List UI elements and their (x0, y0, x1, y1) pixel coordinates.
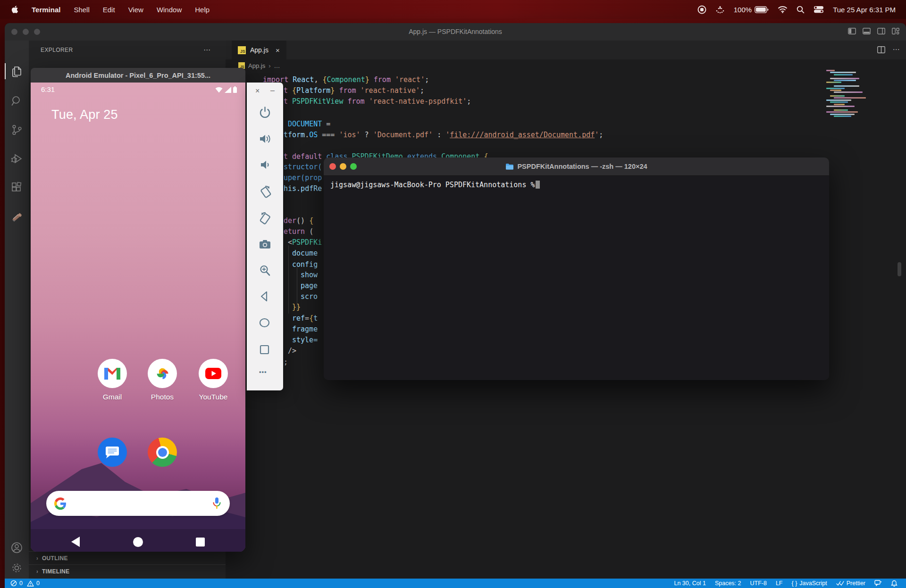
emulator-volume-down-icon[interactable] (259, 158, 271, 171)
toggle-secondary-sidebar-icon[interactable] (877, 28, 885, 34)
extensions-view-icon[interactable] (10, 181, 23, 194)
minimap-line (830, 114, 855, 115)
messages-app-icon[interactable] (98, 438, 127, 467)
indentation-status[interactable]: Spaces: 2 (715, 580, 741, 587)
problems-status[interactable]: 0 0 (10, 580, 40, 587)
android-screen[interactable]: 6:31 Tue, Apr 25 (31, 83, 245, 552)
eol-status[interactable]: LF (776, 580, 783, 587)
cursor-position-status[interactable]: Ln 30, Col 1 (674, 580, 705, 587)
minimap-line (826, 99, 851, 101)
battery-percent-label: 100% (734, 6, 752, 14)
menu-view[interactable]: View (128, 6, 143, 14)
emulator-power-icon[interactable] (259, 106, 271, 119)
code-line: scro (301, 291, 318, 302)
terminal-close-button[interactable] (329, 163, 336, 170)
emulator-overview-icon[interactable] (259, 344, 271, 356)
settings-gear-icon[interactable] (10, 562, 23, 574)
breadcrumb-more[interactable]: … (274, 62, 280, 69)
android-home-button[interactable] (133, 537, 143, 547)
menu-help[interactable]: Help (195, 6, 210, 14)
run-debug-view-icon[interactable] (10, 152, 23, 165)
timeline-section[interactable]: › TIMELINE (29, 564, 226, 578)
youtube-app-icon[interactable] (199, 359, 228, 388)
split-editor-icon[interactable] (877, 46, 885, 53)
accounts-icon[interactable] (10, 541, 23, 554)
tab-appjs[interactable]: JS App.js × (232, 41, 286, 59)
toggle-sidebar-icon[interactable] (848, 28, 856, 34)
outline-section[interactable]: › OUTLINE (29, 551, 226, 564)
menu-edit[interactable]: Edit (103, 6, 115, 14)
outline-label: OUTLINE (42, 555, 68, 562)
gmail-app-icon[interactable] (98, 359, 127, 388)
wifi-icon[interactable] (778, 6, 788, 13)
explorer-more-actions[interactable]: ⋯ (203, 46, 211, 54)
emulator-rotate-left-icon[interactable] (259, 184, 271, 197)
youtube-label: YouTube (190, 393, 237, 401)
minimap-line (824, 94, 865, 95)
search-view-icon[interactable] (10, 95, 23, 108)
emulator-screenshot-icon[interactable] (259, 238, 271, 251)
language-mode-status[interactable]: { } JavaScript (792, 580, 827, 587)
emulator-back-icon[interactable] (259, 290, 271, 303)
emulator-titlebar[interactable]: Android Emulator - Pixel_6_Pro_API_31:55… (31, 68, 245, 83)
breadcrumb-file[interactable]: App.js (248, 62, 265, 69)
android-date-widget: Tue, Apr 25 (51, 108, 118, 122)
tab-close-icon[interactable]: × (276, 46, 280, 54)
apple-menu-icon[interactable] (11, 5, 18, 14)
terminal-minimize-button[interactable] (340, 163, 346, 170)
timeline-label: TIMELINE (42, 568, 69, 575)
control-center-icon[interactable] (814, 6, 824, 13)
menubar-app-name[interactable]: Terminal (32, 6, 60, 14)
javascript-file-icon: JS (238, 46, 246, 54)
terminal-zoom-button[interactable] (350, 163, 357, 170)
android-back-button[interactable] (71, 537, 80, 547)
feedback-icon[interactable] (874, 580, 882, 587)
emulator-volume-up-icon[interactable] (259, 133, 271, 145)
minimap-line (830, 101, 848, 103)
photos-app-icon[interactable] (148, 359, 177, 388)
chrome-app-icon[interactable] (148, 438, 177, 467)
toggle-panel-icon[interactable] (863, 28, 871, 34)
emulator-minimize-icon[interactable]: – (270, 86, 275, 95)
vscode-titlebar[interactable]: App.js — PSPDFKitAnnotations (5, 23, 906, 41)
macos-menubar: Terminal Shell Edit View Window Help 100… (0, 0, 906, 19)
emulator-more-icon[interactable]: ••• (259, 368, 267, 375)
terminal-body[interactable]: jigsaw@jigsaws-MacBook-Pro PSPDFKitAnnot… (324, 176, 829, 380)
android-recents-button[interactable] (196, 538, 205, 547)
menubar-clock[interactable]: Tue 25 Apr 6:31 PM (833, 6, 896, 14)
emulator-rotate-right-icon[interactable] (259, 211, 271, 224)
google-search-bar[interactable] (46, 491, 230, 516)
menu-shell[interactable]: Shell (74, 6, 89, 14)
explorer-header: EXPLORER (41, 47, 73, 53)
minimap-line (830, 78, 859, 79)
emulator-zoom-icon[interactable] (259, 264, 271, 277)
chevron-right-icon: › (36, 555, 38, 561)
editor-scrollbar[interactable] (898, 262, 901, 276)
breadcrumb[interactable]: JS App.js › … (232, 59, 906, 72)
editor-more-actions-icon[interactable]: ⋯ (893, 45, 901, 54)
customize-layout-icon[interactable] (892, 28, 899, 34)
source-control-view-icon[interactable] (10, 124, 23, 136)
emulator-close-icon[interactable]: × (255, 87, 260, 95)
code-line: ; (284, 357, 288, 368)
screen-mirroring-icon[interactable] (715, 5, 725, 14)
encoding-status[interactable]: UTF-8 (750, 580, 767, 587)
code-line: structor( (284, 162, 322, 173)
voice-search-mic-icon (212, 497, 222, 510)
terminal-window: PSPDFKitAnnotations — -zsh — 120×24 jigs… (324, 157, 829, 380)
spotlight-search-icon[interactable] (797, 6, 805, 14)
terminal-titlebar[interactable]: PSPDFKitAnnotations — -zsh — 120×24 (324, 157, 829, 176)
pspdfkit-extension-icon[interactable] (10, 210, 23, 223)
error-count: 0 (19, 580, 23, 587)
explorer-view-icon[interactable] (10, 65, 23, 78)
stop-recording-icon[interactable] (697, 5, 706, 14)
formatter-status[interactable]: Prettier (836, 580, 865, 587)
battery-status[interactable]: 100% (734, 6, 769, 14)
emulator-home-icon[interactable] (259, 317, 271, 330)
menu-window[interactable]: Window (157, 6, 182, 14)
photos-label: Photos (139, 393, 186, 401)
android-battery-icon (233, 86, 237, 93)
minimap-line (834, 85, 859, 87)
editor-minimap[interactable] (824, 70, 865, 117)
notifications-bell-icon[interactable] (891, 580, 898, 587)
